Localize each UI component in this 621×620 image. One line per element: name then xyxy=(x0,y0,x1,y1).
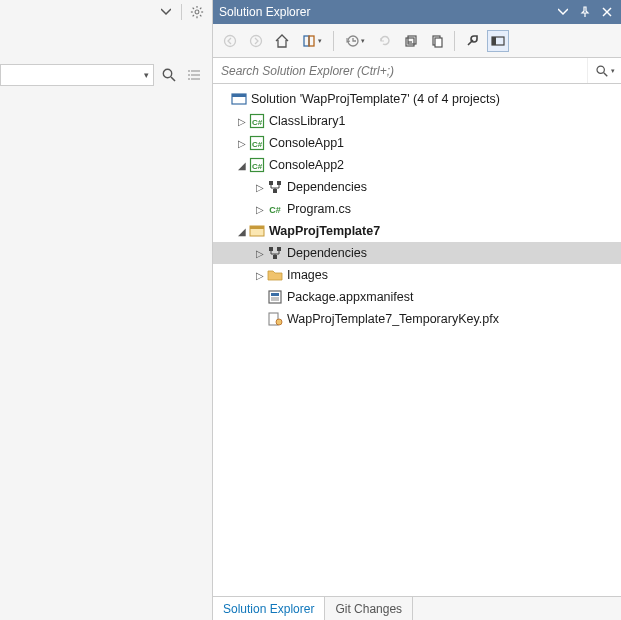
chevron-down-icon: ▾ xyxy=(144,70,149,80)
solution-tree[interactable]: Solution 'WapProjTemplate7' (4 of 4 proj… xyxy=(213,84,621,596)
chevron-down-icon: ▾ xyxy=(318,37,322,45)
svg-point-9 xyxy=(163,69,171,77)
svg-rect-21 xyxy=(304,36,309,46)
switch-views-button[interactable]: ▾ xyxy=(297,30,327,52)
svg-rect-47 xyxy=(269,247,273,251)
close-icon xyxy=(602,7,612,17)
solution-node[interactable]: Solution 'WapProjTemplate7' (4 of 4 proj… xyxy=(213,88,621,110)
svg-text:C#: C# xyxy=(252,140,263,149)
panel-title-bar: Solution Explorer xyxy=(213,0,621,24)
expander-collapsed-icon[interactable]: ▷ xyxy=(253,248,267,259)
show-all-files-button[interactable] xyxy=(426,30,448,52)
pin-button[interactable] xyxy=(577,4,593,20)
dependencies-icon xyxy=(267,179,283,195)
left-panel-settings-button[interactable] xyxy=(188,3,206,21)
files-icon xyxy=(430,34,444,48)
left-search-button[interactable] xyxy=(158,64,180,86)
svg-point-20 xyxy=(251,35,262,46)
folder-label: Images xyxy=(287,268,328,282)
left-list-button[interactable] xyxy=(184,64,206,86)
preview-icon xyxy=(491,34,505,48)
svg-rect-28 xyxy=(435,38,442,47)
list-icon xyxy=(187,67,203,83)
panel-title: Solution Explorer xyxy=(219,5,549,19)
pending-changes-filter-button[interactable]: ▾ xyxy=(340,30,370,52)
chevron-down-icon xyxy=(161,7,171,17)
expander-expanded-icon[interactable]: ◢ xyxy=(235,226,249,237)
svg-rect-51 xyxy=(271,293,279,296)
svg-line-7 xyxy=(200,8,201,9)
expander-expanded-icon[interactable]: ◢ xyxy=(235,160,249,171)
svg-line-8 xyxy=(193,15,194,16)
project-node-consoleapp2[interactable]: ◢ C# ConsoleApp2 xyxy=(213,154,621,176)
svg-rect-50 xyxy=(269,291,281,303)
tab-git-changes[interactable]: Git Changes xyxy=(325,597,413,620)
left-search-dropdown[interactable]: ▾ xyxy=(0,64,154,86)
project-label: WapProjTemplate7 xyxy=(269,224,380,238)
folder-icon xyxy=(267,267,283,283)
back-button[interactable] xyxy=(219,30,241,52)
project-node-wapproj[interactable]: ◢ WapProjTemplate7 xyxy=(213,220,621,242)
preview-selected-items-button[interactable] xyxy=(487,30,509,52)
refresh-icon xyxy=(378,34,392,48)
project-node-classlibrary1[interactable]: ▷ C# ClassLibrary1 xyxy=(213,110,621,132)
csharp-project-icon: C# xyxy=(249,135,265,151)
svg-text:C#: C# xyxy=(252,162,263,171)
svg-text:C#: C# xyxy=(252,118,263,127)
file-node-pfx[interactable]: WapProjTemplate7_TemporaryKey.pfx xyxy=(213,308,621,330)
left-panel-options-button[interactable] xyxy=(157,3,175,21)
dependencies-node-selected[interactable]: ▷ Dependencies xyxy=(213,242,621,264)
svg-rect-30 xyxy=(492,37,496,45)
expander-collapsed-icon[interactable]: ▷ xyxy=(253,270,267,281)
collapse-all-button[interactable] xyxy=(400,30,422,52)
separator xyxy=(333,31,334,51)
history-icon xyxy=(345,34,359,48)
dependencies-node[interactable]: ▷ Dependencies xyxy=(213,176,621,198)
home-button[interactable] xyxy=(271,30,293,52)
svg-rect-46 xyxy=(250,226,264,229)
svg-point-14 xyxy=(188,70,190,72)
expander-collapsed-icon[interactable]: ▷ xyxy=(253,204,267,215)
svg-point-0 xyxy=(195,10,199,14)
separator xyxy=(454,31,455,51)
expander-collapsed-icon[interactable]: ▷ xyxy=(253,182,267,193)
solution-search-input[interactable] xyxy=(213,58,587,83)
csharp-file-icon: C# xyxy=(267,201,283,217)
solution-explorer-panel: Solution Explorer ▾ xyxy=(213,0,621,620)
file-node-manifest[interactable]: Package.appxmanifest xyxy=(213,286,621,308)
project-node-consoleapp1[interactable]: ▷ C# ConsoleApp1 xyxy=(213,132,621,154)
dependencies-icon xyxy=(267,245,283,261)
search-icon xyxy=(595,64,609,78)
project-label: ConsoleApp2 xyxy=(269,158,344,172)
file-label: Program.cs xyxy=(287,202,351,216)
properties-button[interactable] xyxy=(461,30,483,52)
expander-collapsed-icon[interactable]: ▷ xyxy=(235,138,249,149)
folder-node-images[interactable]: ▷ Images xyxy=(213,264,621,286)
back-icon xyxy=(223,34,237,48)
svg-point-55 xyxy=(276,319,282,325)
file-label: WapProjTemplate7_TemporaryKey.pfx xyxy=(287,312,499,326)
dependencies-label: Dependencies xyxy=(287,180,367,194)
sync-button[interactable] xyxy=(374,30,396,52)
svg-point-31 xyxy=(597,66,604,73)
csharp-project-icon: C# xyxy=(249,157,265,173)
svg-rect-49 xyxy=(273,255,277,259)
window-options-button[interactable] xyxy=(555,4,571,20)
file-node-programcs[interactable]: ▷ C# Program.cs xyxy=(213,198,621,220)
expander-collapsed-icon[interactable]: ▷ xyxy=(235,116,249,127)
certificate-icon xyxy=(267,311,283,327)
solution-label: Solution 'WapProjTemplate7' (4 of 4 proj… xyxy=(251,92,500,106)
project-label: ConsoleApp1 xyxy=(269,136,344,150)
left-panel-toolbar xyxy=(0,0,212,24)
wap-project-icon xyxy=(249,223,265,239)
tab-solution-explorer[interactable]: Solution Explorer xyxy=(213,596,325,620)
gear-icon xyxy=(190,5,204,19)
search-button[interactable]: ▾ xyxy=(587,58,621,83)
close-button[interactable] xyxy=(599,4,615,20)
manifest-icon xyxy=(267,289,283,305)
svg-point-16 xyxy=(188,78,190,80)
chevron-down-icon xyxy=(558,7,568,17)
forward-button[interactable] xyxy=(245,30,267,52)
left-panel: ▾ xyxy=(0,0,213,620)
svg-line-5 xyxy=(193,8,194,9)
